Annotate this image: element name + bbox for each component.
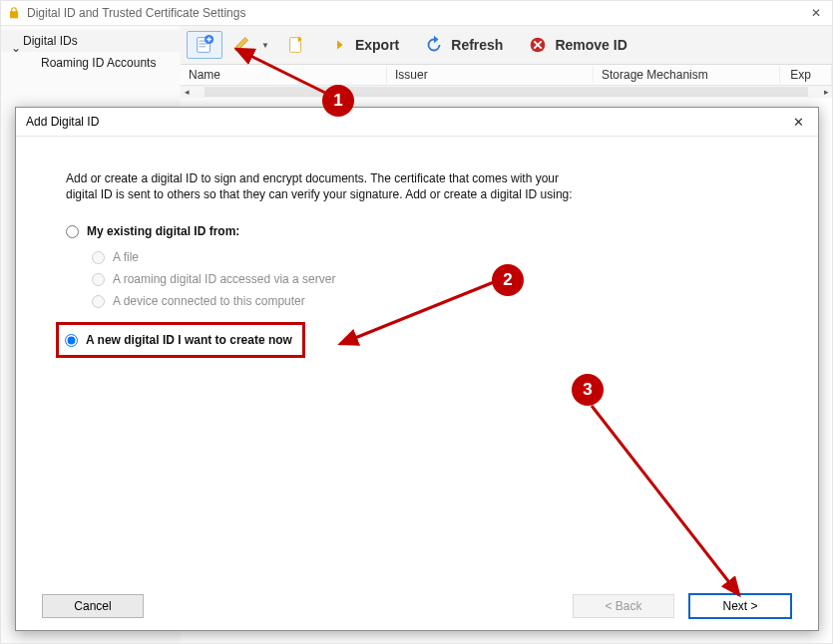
- sidebar-item-digital-ids[interactable]: Digital IDs: [1, 30, 181, 52]
- export-label: Export: [355, 37, 399, 53]
- radio-device-input: [92, 295, 105, 308]
- col-issuer[interactable]: Issuer: [387, 66, 594, 84]
- list-header: Name Issuer Storage Mechanism Exp: [181, 65, 832, 86]
- radio-new[interactable]: A new digital ID I want to create now: [65, 329, 292, 351]
- back-button: < Back: [573, 594, 674, 618]
- dialog-intro: Add or create a digital ID to sign and e…: [66, 170, 585, 202]
- svg-rect-3: [200, 46, 206, 47]
- radio-new-label: A new digital ID I want to create now: [86, 333, 292, 347]
- radio-device-label: A device connected to this computer: [113, 294, 305, 308]
- close-icon[interactable]: ✕: [788, 115, 808, 130]
- export-button[interactable]: Export: [316, 29, 410, 61]
- horizontal-scrollbar[interactable]: ◂▸: [181, 86, 832, 98]
- radio-existing-input[interactable]: [66, 225, 79, 238]
- radio-file-input: [92, 251, 105, 264]
- options-button[interactable]: [278, 31, 314, 59]
- lock-icon: [7, 6, 21, 20]
- next-button[interactable]: Next >: [688, 593, 792, 619]
- col-expires[interactable]: Exp: [780, 66, 832, 84]
- add-id-button[interactable]: [187, 31, 222, 59]
- add-digital-id-dialog: Add Digital ID ✕ Add or create a digital…: [15, 107, 819, 631]
- radio-roaming: A roaming digital ID accessed via a serv…: [92, 268, 768, 290]
- step-1-badge: 1: [322, 85, 354, 117]
- radio-existing-label: My existing digital ID from:: [87, 224, 239, 238]
- radio-existing[interactable]: My existing digital ID from:: [66, 220, 768, 242]
- close-icon[interactable]: ✕: [806, 6, 826, 20]
- remove-id-button[interactable]: Remove ID: [516, 29, 637, 61]
- radio-new-input[interactable]: [65, 334, 78, 347]
- radio-roaming-label: A roaming digital ID accessed via a serv…: [113, 272, 335, 286]
- radio-device: A device connected to this computer: [92, 290, 768, 312]
- radio-file: A file: [92, 246, 768, 268]
- dialog-title: Add Digital ID: [26, 115, 788, 129]
- toolbar: ▼ Export Refresh Remove: [181, 26, 832, 65]
- cancel-button[interactable]: Cancel: [42, 594, 144, 618]
- radio-file-label: A file: [113, 250, 139, 264]
- col-name[interactable]: Name: [181, 66, 387, 84]
- chevron-down-icon[interactable]: ⌄: [11, 41, 21, 55]
- window-title: Digital ID and Trusted Certificate Setti…: [27, 6, 806, 20]
- refresh-button[interactable]: Refresh: [412, 29, 514, 61]
- sidebar-item-roaming[interactable]: Roaming ID Accounts: [1, 52, 181, 74]
- highlight-box: A new digital ID I want to create now: [56, 322, 305, 358]
- edit-button[interactable]: ▼: [224, 31, 276, 59]
- step-2-badge: 2: [492, 264, 524, 296]
- col-storage[interactable]: Storage Mechanism: [594, 66, 780, 84]
- refresh-label: Refresh: [451, 37, 503, 53]
- remove-label: Remove ID: [555, 37, 626, 53]
- radio-roaming-input: [92, 273, 105, 286]
- step-3-badge: 3: [572, 374, 604, 406]
- main-titlebar: Digital ID and Trusted Certificate Setti…: [1, 1, 832, 26]
